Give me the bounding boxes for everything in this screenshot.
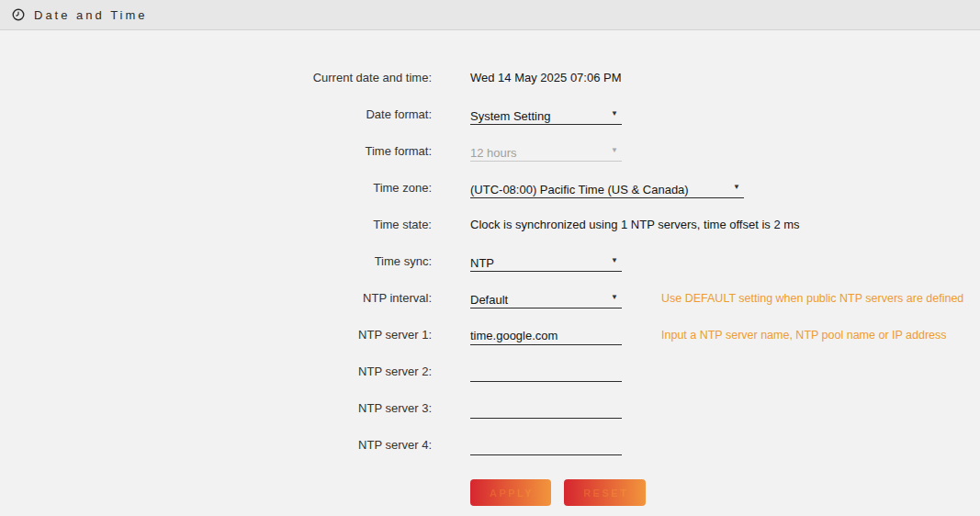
row-time-format: Time format: 12 hours ▼ — [0, 138, 980, 174]
current-datetime-value: Wed 14 May 2025 07:06 PM — [470, 64, 622, 85]
chevron-down-icon: ▼ — [611, 109, 618, 118]
ntp-interval-value: Default — [470, 293, 508, 307]
date-format-label: Date format: — [0, 101, 432, 122]
ntp-server-4-input[interactable] — [470, 432, 622, 455]
chevron-down-icon: ▼ — [611, 293, 618, 301]
section-header: Date and Time — [0, 0, 980, 30]
row-time-sync: Time sync: NTP ▼ — [0, 248, 980, 285]
clock-icon — [12, 8, 25, 21]
ntp-interval-label: NTP interval: — [0, 285, 432, 306]
apply-button[interactable]: APPLY — [470, 479, 551, 506]
date-format-select[interactable]: System Setting ▼ — [470, 101, 622, 125]
button-row: APPLY RESET — [470, 479, 980, 506]
time-zone-value: (UTC-08:00) Pacific Time (US & Canada) — [470, 183, 689, 196]
time-state-value: Clock is synchronized using 1 NTP server… — [470, 211, 800, 232]
chevron-down-icon: ▼ — [611, 146, 618, 154]
current-datetime-label: Current date and time: — [0, 64, 432, 85]
reset-button[interactable]: RESET — [564, 479, 646, 506]
ntp-server-2-input[interactable] — [470, 358, 622, 382]
date-format-value: System Setting — [470, 109, 550, 123]
row-date-format: Date format: System Setting ▼ — [0, 101, 980, 138]
time-zone-label: Time zone: — [0, 174, 432, 196]
time-sync-value: NTP — [470, 256, 494, 270]
ntp-server-1-input[interactable] — [470, 321, 622, 345]
ntp-server-1-hint: Input a NTP server name, NTP pool name o… — [661, 321, 947, 342]
time-format-label: Time format: — [0, 138, 432, 159]
ntp-server-4-label: NTP server 4: — [0, 432, 432, 453]
time-format-select: 12 hours ▼ — [470, 138, 622, 162]
time-zone-select[interactable]: (UTC-08:00) Pacific Time (US & Canada) ▼ — [470, 174, 744, 198]
ntp-interval-select[interactable]: Default ▼ — [470, 285, 622, 308]
date-time-form: Current date and time: Wed 14 May 2025 0… — [0, 30, 980, 506]
chevron-down-icon: ▼ — [733, 183, 740, 191]
time-format-value: 12 hours — [470, 146, 517, 160]
ntp-interval-hint: Use DEFAULT setting when public NTP serv… — [661, 285, 963, 306]
row-time-zone: Time zone: (UTC-08:00) Pacific Time (US … — [0, 174, 980, 211]
time-sync-select[interactable]: NTP ▼ — [470, 248, 622, 272]
time-sync-label: Time sync: — [0, 248, 432, 269]
row-ntp-server-1: NTP server 1: Input a NTP server name, N… — [0, 321, 980, 358]
ntp-server-3-input[interactable] — [470, 395, 622, 419]
ntp-server-2-label: NTP server 2: — [0, 358, 432, 379]
page-title: Date and Time — [34, 8, 148, 22]
ntp-server-1-label: NTP server 1: — [0, 321, 432, 342]
row-ntp-server-4: NTP server 4: — [0, 432, 980, 468]
row-current-datetime: Current date and time: Wed 14 May 2025 0… — [0, 64, 980, 101]
ntp-server-3-label: NTP server 3: — [0, 395, 432, 416]
row-time-state: Time state: Clock is synchronized using … — [0, 211, 980, 248]
row-ntp-server-3: NTP server 3: — [0, 395, 980, 432]
reset-button-label: RESET — [566, 481, 644, 504]
row-ntp-server-2: NTP server 2: — [0, 358, 980, 395]
time-state-label: Time state: — [0, 211, 432, 232]
row-ntp-interval: NTP interval: Default ▼ Use DEFAULT sett… — [0, 285, 980, 321]
chevron-down-icon: ▼ — [611, 256, 618, 264]
apply-button-label: APPLY — [472, 481, 549, 504]
